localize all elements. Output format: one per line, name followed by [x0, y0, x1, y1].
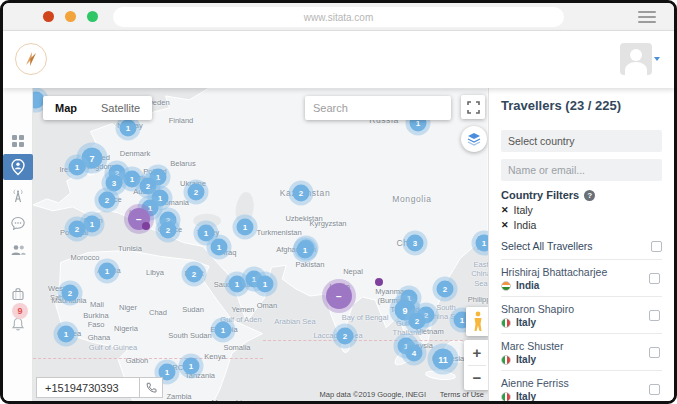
- traveller-cluster-marker[interactable]: 1: [297, 242, 314, 259]
- italy-flag-icon: [501, 355, 511, 365]
- map-canvas[interactable]: SwedenFinlandNorwayDenmarkUnited Kingdom…: [33, 88, 488, 401]
- browser-menu-icon[interactable]: [638, 11, 656, 26]
- grid-icon: [10, 133, 26, 149]
- select-country-dropdown[interactable]: Select country: [501, 130, 662, 152]
- pegman-control[interactable]: [466, 307, 488, 336]
- traveller-row[interactable]: Marc ShusterItaly: [501, 334, 662, 371]
- traffic-light-minimize[interactable]: [65, 11, 76, 22]
- traveller-cluster-marker[interactable]: 2: [337, 328, 354, 345]
- traveller-row[interactable]: Hrishiraj BhattacharjeeIndia: [501, 260, 662, 297]
- sidebar-item-travellers[interactable]: [3, 236, 33, 263]
- traveller-cluster-marker[interactable]: 1: [69, 159, 86, 176]
- phone-number-input[interactable]: [36, 377, 140, 398]
- layers-button[interactable]: [461, 126, 487, 152]
- phone-icon: [145, 381, 158, 394]
- traveller-cluster-marker[interactable]: 2: [62, 285, 79, 302]
- equator-line: [33, 358, 263, 359]
- terms-of-use-link[interactable]: Terms of Use: [440, 390, 484, 399]
- chevron-down-icon[interactable]: [654, 57, 660, 61]
- traveller-search-input[interactable]: [501, 159, 662, 181]
- traveller-cluster-marker[interactable]: 1: [229, 276, 246, 293]
- traveller-name: Marc Shuster: [501, 340, 563, 352]
- traveller-cluster-marker[interactable]: 2: [293, 185, 310, 202]
- select-all-checkbox[interactable]: [651, 241, 662, 252]
- traveller-cluster-marker[interactable]: 1: [183, 358, 200, 375]
- zoom-out-button[interactable]: −: [464, 366, 488, 391]
- traveller-country: Italy: [501, 354, 536, 365]
- fullscreen-icon: [467, 101, 480, 114]
- traveller-cluster-marker[interactable]: 1: [476, 235, 489, 252]
- url-bar[interactable]: www.sitata.com: [113, 7, 564, 27]
- app-header: [3, 31, 674, 88]
- people-icon: [10, 242, 27, 258]
- map-type-satellite-button[interactable]: Satellite: [89, 96, 152, 120]
- traveller-name: Aienne Ferriss: [501, 377, 569, 389]
- pegman-icon: [472, 311, 484, 332]
- map-search-input[interactable]: [305, 102, 463, 114]
- traveller-cluster-marker[interactable]: 1: [99, 263, 116, 280]
- help-icon[interactable]: ?: [584, 190, 595, 201]
- traveller-cluster-marker[interactable]: 11: [433, 349, 454, 370]
- traveller-cluster-marker[interactable]: 2: [437, 281, 454, 298]
- traveller-dot-marker[interactable]: [142, 222, 150, 230]
- filter-label: Italy: [514, 204, 533, 216]
- map-attribution: Map data ©2019 Google, INEGI: [320, 390, 426, 399]
- sidebar-item-alerts-tower[interactable]: [3, 182, 33, 209]
- traveller-row[interactable]: Aienne FerrissItaly: [501, 371, 662, 401]
- country-filters-title: Country Filters ?: [501, 189, 662, 201]
- sitata-logo-mark: [20, 48, 42, 70]
- map-type-map-button[interactable]: Map: [43, 96, 89, 120]
- traveller-checkbox[interactable]: [649, 273, 660, 284]
- traveller-cluster-marker[interactable]: 1: [211, 239, 228, 256]
- country-filter-chip: ✕India: [501, 219, 662, 231]
- equator-line: [263, 340, 488, 341]
- traveller-cluster-marker[interactable]: 1: [84, 216, 101, 233]
- traveller-cluster-marker[interactable]: 1: [215, 322, 232, 339]
- signal-tower-icon: [10, 188, 26, 204]
- traveller-name: Sharon Shapiro: [501, 303, 574, 315]
- sidebar-item-notifications[interactable]: 9: [3, 310, 33, 337]
- traveller-cluster-marker[interactable]: 2: [69, 221, 86, 238]
- traveller-cluster-marker[interactable]: 4: [406, 345, 423, 362]
- traveller-list: Hrishiraj BhattacharjeeIndiaSharon Shapi…: [501, 260, 662, 401]
- traveller-cluster-marker[interactable]: 1: [198, 225, 215, 242]
- fullscreen-button[interactable]: [461, 95, 485, 119]
- selected-cluster-marker[interactable]: −: [326, 283, 352, 309]
- traveller-checkbox[interactable]: [649, 347, 660, 358]
- traveller-cluster-marker[interactable]: 1: [120, 120, 137, 137]
- traveller-checkbox[interactable]: [649, 384, 660, 395]
- traveller-row[interactable]: Sharon ShapiroItaly: [501, 297, 662, 334]
- sidebar-item-traveller-map[interactable]: [3, 154, 33, 180]
- traveller-country: India: [501, 280, 539, 291]
- zoom-in-button[interactable]: +: [464, 340, 488, 365]
- traveller-cluster-marker[interactable]: 2: [160, 222, 177, 239]
- traveller-cluster-marker[interactable]: 1: [58, 326, 75, 343]
- phone-button[interactable]: [140, 377, 163, 398]
- chat-bubble-icon: [10, 215, 26, 231]
- filter-label: India: [514, 219, 537, 231]
- traffic-light-maximize[interactable]: [87, 11, 98, 22]
- remove-filter-icon[interactable]: ✕: [501, 220, 509, 230]
- traveller-cluster-marker[interactable]: 2: [186, 266, 203, 283]
- traveller-cluster-marker[interactable]: 1: [237, 219, 254, 236]
- traveller-cluster-marker[interactable]: 2: [99, 192, 116, 209]
- remove-filter-icon[interactable]: ✕: [501, 205, 509, 215]
- notification-badge: 9: [12, 303, 28, 319]
- traffic-light-close[interactable]: [43, 11, 54, 22]
- traveller-cluster-marker[interactable]: 2: [188, 184, 205, 201]
- left-sidebar: 9: [3, 88, 33, 401]
- traveller-cluster-marker[interactable]: 3: [407, 235, 424, 252]
- traveller-dot-marker[interactable]: [375, 278, 383, 286]
- person-pin-icon: [9, 158, 27, 176]
- zoom-control: + −: [464, 340, 488, 390]
- traveller-cluster-marker[interactable]: 3: [106, 175, 123, 192]
- sidebar-item-dashboard[interactable]: [3, 127, 33, 154]
- traveller-cluster-marker[interactable]: 2: [409, 313, 426, 330]
- traveller-cluster-marker[interactable]: 1: [124, 171, 141, 188]
- traveller-cluster-marker[interactable]: 1: [257, 276, 274, 293]
- italy-flag-icon: [501, 318, 511, 328]
- traveller-checkbox[interactable]: [649, 310, 660, 321]
- sidebar-item-messages[interactable]: [3, 209, 33, 236]
- sitata-logo[interactable]: [15, 43, 47, 75]
- user-avatar[interactable]: [620, 43, 652, 75]
